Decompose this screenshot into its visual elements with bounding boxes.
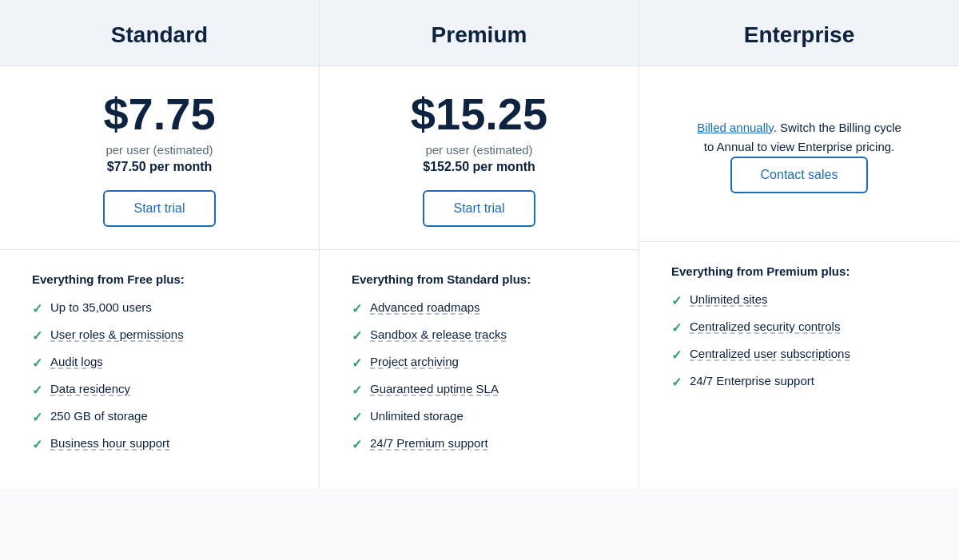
feature-text: Centralized security controls <box>690 320 840 333</box>
checkmark-icon: ✓ <box>32 410 42 425</box>
list-item: ✓Centralized security controls <box>671 320 927 336</box>
list-item: ✓Centralized user subscriptions <box>671 347 927 363</box>
list-item: ✓Advanced roadmaps <box>352 300 607 316</box>
checkmark-icon: ✓ <box>352 410 362 425</box>
enterprise-billing-link[interactable]: Billed annually <box>697 121 774 134</box>
plan-price-premium: $15.25 <box>411 92 547 137</box>
checkmark-icon: ✓ <box>352 301 362 316</box>
plan-cta-button-enterprise[interactable]: Contact sales <box>730 157 869 193</box>
feature-text: Project archiving <box>370 355 459 368</box>
feature-text: Unlimited sites <box>690 292 768 306</box>
plan-pricing-standard: $7.75per user (estimated)$77.50 per mont… <box>0 66 319 250</box>
feature-text: Business hour support <box>50 436 169 450</box>
checkmark-icon: ✓ <box>32 437 42 452</box>
checkmark-icon: ✓ <box>32 355 42 371</box>
plan-col-enterprise: EnterpriseBilled annually. Switch the Bi… <box>639 0 959 489</box>
feature-text: 24/7 Enterprise support <box>690 374 814 387</box>
feature-text: Advanced roadmaps <box>370 300 480 314</box>
feature-text: Up to 35,000 users <box>50 300 152 314</box>
feature-text: Data residency <box>50 382 130 395</box>
list-item: ✓250 GB of storage <box>32 409 287 425</box>
plan-price-sub-standard: per user (estimated) <box>105 143 213 157</box>
feature-text: 250 GB of storage <box>50 409 148 423</box>
list-item: ✓Audit logs <box>32 355 287 371</box>
feature-text: User roles & permissions <box>50 328 184 341</box>
list-item: ✓24/7 Enterprise support <box>671 374 927 390</box>
checkmark-icon: ✓ <box>32 383 42 398</box>
list-item: ✓Unlimited storage <box>352 409 607 425</box>
enterprise-pricing-note: Billed annually. Switch the Billing cycl… <box>695 118 903 157</box>
checkmark-icon: ✓ <box>352 383 362 398</box>
plan-cta-button-premium[interactable]: Start trial <box>423 190 535 227</box>
checkmark-icon: ✓ <box>32 328 42 344</box>
list-item: ✓Up to 35,000 users <box>32 300 287 316</box>
checkmark-icon: ✓ <box>352 328 362 344</box>
plan-name-premium: Premium <box>352 22 607 48</box>
checkmark-icon: ✓ <box>32 301 42 316</box>
checkmark-icon: ✓ <box>671 348 682 363</box>
checkmark-icon: ✓ <box>671 375 682 390</box>
list-item: ✓Business hour support <box>32 436 287 452</box>
feature-text: Centralized user subscriptions <box>690 347 850 360</box>
feature-text: 24/7 Premium support <box>370 436 488 450</box>
plan-header-enterprise: Enterprise <box>639 0 959 66</box>
plan-header-standard: Standard <box>0 0 319 66</box>
features-title-standard: Everything from Free plus: <box>32 272 287 286</box>
list-item: ✓User roles & permissions <box>32 328 287 344</box>
plan-pricing-enterprise: Billed annually. Switch the Billing cycl… <box>639 66 959 242</box>
plan-price-standard: $7.75 <box>103 92 215 137</box>
plan-name-standard: Standard <box>32 22 287 48</box>
pricing-table: Standard$7.75per user (estimated)$77.50 … <box>0 0 959 489</box>
checkmark-icon: ✓ <box>671 320 682 336</box>
plan-features-standard: Everything from Free plus:✓Up to 35,000 … <box>0 250 319 489</box>
plan-price-month-premium: $152.50 per month <box>423 160 535 174</box>
plan-features-enterprise: Everything from Premium plus:✓Unlimited … <box>639 242 959 489</box>
feature-text: Unlimited storage <box>370 409 464 423</box>
feature-text: Sandbox & release tracks <box>370 328 507 341</box>
list-item: ✓24/7 Premium support <box>352 436 607 452</box>
list-item: ✓Sandbox & release tracks <box>352 328 607 344</box>
list-item: ✓Project archiving <box>352 355 607 371</box>
checkmark-icon: ✓ <box>671 293 682 308</box>
features-title-premium: Everything from Standard plus: <box>352 272 607 286</box>
list-item: ✓Data residency <box>32 382 287 398</box>
plan-price-month-standard: $77.50 per month <box>107 160 213 174</box>
plan-col-standard: Standard$7.75per user (estimated)$77.50 … <box>0 0 320 489</box>
checkmark-icon: ✓ <box>352 355 362 371</box>
list-item: ✓Unlimited sites <box>671 292 927 308</box>
list-item: ✓Guaranteed uptime SLA <box>352 382 607 398</box>
plan-col-premium: Premium$15.25per user (estimated)$152.50… <box>320 0 639 489</box>
plan-cta-button-standard[interactable]: Start trial <box>103 190 215 227</box>
plan-price-sub-premium: per user (estimated) <box>425 143 532 157</box>
plan-pricing-premium: $15.25per user (estimated)$152.50 per mo… <box>320 66 639 250</box>
plan-features-premium: Everything from Standard plus:✓Advanced … <box>320 250 639 489</box>
feature-text: Audit logs <box>50 355 103 368</box>
features-title-enterprise: Everything from Premium plus: <box>671 264 927 278</box>
feature-text: Guaranteed uptime SLA <box>370 382 499 395</box>
plan-header-premium: Premium <box>320 0 639 66</box>
plan-name-enterprise: Enterprise <box>671 22 927 48</box>
checkmark-icon: ✓ <box>352 437 362 452</box>
